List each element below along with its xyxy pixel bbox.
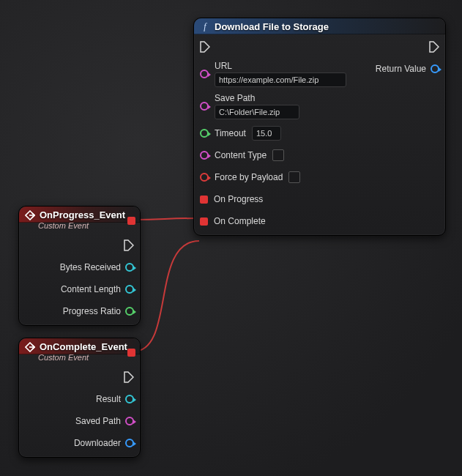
timeout-label: Timeout: [215, 128, 246, 138]
node-header[interactable]: f Download File to Storage: [194, 18, 445, 34]
force-by-payload-pin[interactable]: [200, 173, 209, 182]
on-progress-delegate-pin[interactable]: [200, 196, 208, 204]
downloader-pin[interactable]: [125, 439, 134, 447]
exec-out-pin[interactable]: [124, 239, 134, 251]
on-complete-delegate-pin[interactable]: [200, 217, 208, 226]
event-icon: [25, 342, 35, 352]
save-path-pin[interactable]: [200, 102, 209, 111]
node-title: Download File to Storage: [215, 21, 329, 32]
event-icon: [25, 210, 35, 220]
content-type-pin[interactable]: [200, 151, 209, 160]
content-length-label: Content Length: [61, 284, 121, 294]
on-complete-label: On Complete: [214, 216, 266, 226]
force-by-payload-label: Force by Payload: [215, 172, 283, 182]
save-path-label: Save Path: [215, 93, 299, 103]
node-download-file-to-storage[interactable]: f Download File to Storage URL https://e…: [193, 18, 446, 236]
exec-out-pin[interactable]: [124, 371, 134, 383]
timeout-pin[interactable]: [200, 129, 209, 138]
return-value-label: Return Value: [376, 64, 426, 74]
delegate-out-pin[interactable]: [127, 349, 135, 357]
url-input[interactable]: https://example.com/File.zip: [215, 72, 346, 87]
save-path-input[interactable]: C:\Folder\File.zip: [215, 105, 299, 119]
node-subtitle: Custom Event: [19, 353, 140, 365]
saved-path-pin[interactable]: [125, 417, 134, 425]
content-type-label: Content Type: [215, 150, 267, 160]
node-title: OnProgress_Event: [40, 209, 125, 220]
result-label: Result: [96, 394, 121, 404]
node-on-complete-event[interactable]: OnComplete_Event Custom Event Result Sav…: [18, 338, 141, 458]
result-pin[interactable]: [125, 395, 134, 404]
url-label: URL: [215, 61, 346, 71]
node-on-progress-event[interactable]: OnProgress_Event Custom Event Bytes Rece…: [18, 206, 141, 326]
node-body: Bytes Received Content Length Progress R…: [19, 233, 140, 325]
node-subtitle: Custom Event: [19, 221, 140, 233]
node-body: Result Saved Path Downloader: [19, 365, 140, 457]
node-header[interactable]: OnProgress_Event: [19, 207, 140, 223]
downloader-label: Downloader: [74, 438, 121, 448]
content-type-checkbox[interactable]: [272, 149, 284, 161]
delegate-out-pin[interactable]: [127, 217, 135, 225]
progress-ratio-pin[interactable]: [125, 307, 134, 316]
exec-in-pin[interactable]: [200, 41, 210, 53]
content-length-pin[interactable]: [125, 285, 134, 294]
node-body: URL https://example.com/File.zip Return …: [194, 34, 445, 235]
on-progress-label: On Progress: [214, 194, 263, 204]
function-icon: f: [200, 22, 210, 32]
timeout-input[interactable]: 15.0: [252, 126, 281, 141]
progress-ratio-label: Progress Ratio: [63, 306, 121, 316]
bytes-received-label: Bytes Received: [60, 262, 121, 272]
saved-path-label: Saved Path: [75, 416, 121, 426]
force-by-payload-checkbox[interactable]: [288, 171, 300, 183]
return-value-pin[interactable]: [431, 64, 439, 73]
node-header[interactable]: OnComplete_Event: [19, 338, 140, 354]
bytes-received-pin[interactable]: [125, 263, 134, 272]
node-title: OnComplete_Event: [40, 341, 127, 352]
exec-out-pin[interactable]: [429, 41, 439, 53]
url-pin[interactable]: [200, 70, 209, 78]
